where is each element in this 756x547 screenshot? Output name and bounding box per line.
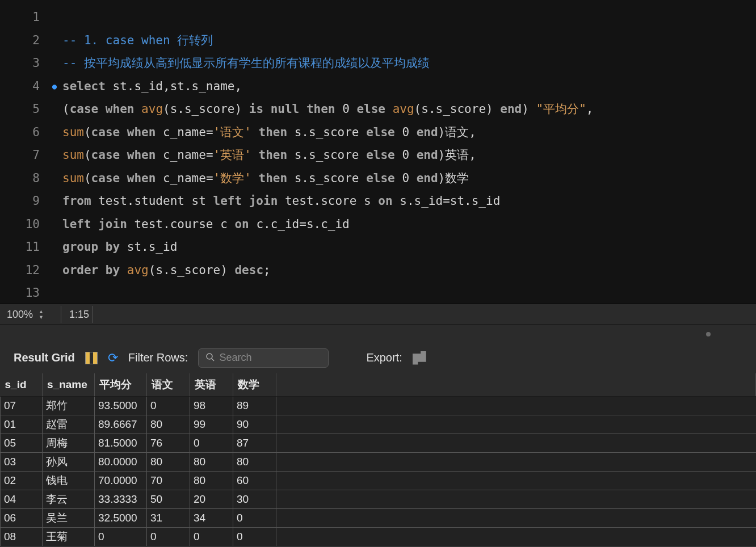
marker-column: ● bbox=[47, 0, 62, 304]
status-bar: 100% ▲▼ 1:15 bbox=[0, 304, 756, 325]
table-cell[interactable]: 孙风 bbox=[43, 452, 95, 471]
code-line[interactable]: select st.s_id,st.s_name, bbox=[62, 75, 594, 98]
table-cell[interactable]: 0 bbox=[190, 527, 233, 546]
code-line[interactable]: from test.student st left join test.scor… bbox=[62, 190, 594, 213]
table-cell[interactable]: 80 bbox=[147, 452, 190, 471]
table-cell[interactable]: 32.5000 bbox=[95, 508, 147, 527]
table-cell[interactable]: 33.3333 bbox=[95, 490, 147, 508]
result-toolbar: Result Grid ⟳ Filter Rows: Export: bbox=[0, 342, 756, 373]
line-number: 5 bbox=[0, 98, 40, 121]
table-cell[interactable]: 04 bbox=[1, 490, 43, 508]
cell-filler bbox=[276, 527, 756, 546]
table-cell[interactable]: 03 bbox=[1, 452, 43, 471]
table-cell[interactable]: 0 bbox=[233, 508, 276, 527]
table-cell[interactable]: 70.0000 bbox=[95, 471, 147, 490]
export-icon[interactable] bbox=[413, 351, 426, 365]
table-cell[interactable]: 吴兰 bbox=[43, 508, 95, 527]
table-cell[interactable]: 70 bbox=[147, 471, 190, 490]
table-cell[interactable]: 0 bbox=[190, 434, 233, 452]
zoom-stepper[interactable]: ▲▼ bbox=[39, 309, 44, 320]
table-cell[interactable]: 89.6667 bbox=[95, 415, 147, 434]
table-row[interactable]: 03孙风80.0000808080 bbox=[1, 452, 756, 471]
search-box[interactable] bbox=[198, 348, 329, 368]
table-row[interactable]: 05周梅81.500076087 bbox=[1, 434, 756, 452]
table-cell[interactable]: 0 bbox=[95, 527, 147, 546]
grid-view-icon[interactable] bbox=[85, 352, 98, 364]
code-line[interactable]: (case when avg(s.s_score) is null then 0… bbox=[62, 98, 594, 121]
refresh-icon[interactable]: ⟳ bbox=[108, 351, 118, 365]
table-row[interactable]: 04李云33.3333502030 bbox=[1, 490, 756, 508]
column-header[interactable]: 英语 bbox=[190, 373, 233, 396]
table-cell[interactable]: 06 bbox=[1, 508, 43, 527]
code-line[interactable]: sum(case when c_name='数学' then s.s_score… bbox=[62, 167, 594, 190]
table-cell[interactable]: 01 bbox=[1, 415, 43, 434]
panel-dot bbox=[706, 332, 711, 336]
table-cell[interactable]: 80 bbox=[233, 452, 276, 471]
code-line[interactable]: sum(case when c_name='语文' then s.s_score… bbox=[62, 121, 594, 144]
table-cell[interactable]: 87 bbox=[233, 434, 276, 452]
table-row[interactable]: 02钱电70.0000708060 bbox=[1, 471, 756, 490]
table-cell[interactable]: 钱电 bbox=[43, 471, 95, 490]
result-body: 07郑竹93.50000988901赵雷89.666780999005周梅81.… bbox=[1, 396, 756, 546]
code-editor[interactable]: 12345678910111213 ● -- 1. case when 行转列-… bbox=[0, 0, 756, 304]
cell-filler bbox=[276, 434, 756, 452]
table-cell[interactable]: 王菊 bbox=[43, 527, 95, 546]
code-line[interactable]: -- 1. case when 行转列 bbox=[62, 29, 594, 52]
table-cell[interactable]: 李云 bbox=[43, 490, 95, 508]
table-cell[interactable]: 郑竹 bbox=[43, 396, 95, 415]
table-cell[interactable]: 50 bbox=[147, 490, 190, 508]
column-header[interactable]: s_id bbox=[1, 373, 43, 396]
table-cell[interactable]: 80 bbox=[147, 415, 190, 434]
export-label: Export: bbox=[366, 351, 402, 364]
table-cell[interactable]: 赵雷 bbox=[43, 415, 95, 434]
column-header[interactable]: 数学 bbox=[233, 373, 276, 396]
table-cell[interactable]: 0 bbox=[147, 396, 190, 415]
table-cell[interactable]: 02 bbox=[1, 471, 43, 490]
table-cell[interactable]: 34 bbox=[190, 508, 233, 527]
line-number: 10 bbox=[0, 213, 40, 236]
table-cell[interactable]: 20 bbox=[190, 490, 233, 508]
code-line[interactable]: order by avg(s.s_score) desc; bbox=[62, 259, 594, 282]
table-cell[interactable]: 76 bbox=[147, 434, 190, 452]
code-line[interactable]: left join test.course c on c.c_id=s.c_id bbox=[62, 213, 594, 236]
table-cell[interactable]: 07 bbox=[1, 396, 43, 415]
table-row[interactable]: 06吴兰32.500031340 bbox=[1, 508, 756, 527]
table-cell[interactable]: 93.5000 bbox=[95, 396, 147, 415]
column-header[interactable]: 语文 bbox=[147, 373, 190, 396]
line-number: 2 bbox=[0, 29, 40, 52]
table-cell[interactable]: 80 bbox=[190, 452, 233, 471]
code-line[interactable] bbox=[62, 6, 594, 29]
zoom-level[interactable]: 100% bbox=[7, 309, 33, 321]
table-cell[interactable]: 80.0000 bbox=[95, 452, 147, 471]
table-row[interactable]: 01赵雷89.6667809990 bbox=[1, 415, 756, 434]
table-cell[interactable]: 99 bbox=[190, 415, 233, 434]
code-line[interactable] bbox=[62, 281, 594, 304]
code-line[interactable]: group by st.s_id bbox=[62, 235, 594, 259]
search-icon bbox=[205, 351, 215, 364]
table-row[interactable]: 07郑竹93.500009889 bbox=[1, 396, 756, 415]
table-cell[interactable]: 31 bbox=[147, 508, 190, 527]
cell-filler bbox=[276, 415, 756, 434]
panel-divider[interactable] bbox=[0, 325, 756, 342]
table-cell[interactable]: 周梅 bbox=[43, 434, 95, 452]
table-cell[interactable]: 80 bbox=[190, 471, 233, 490]
code-line[interactable]: sum(case when c_name='英语' then s.s_score… bbox=[62, 144, 594, 167]
line-number: 11 bbox=[0, 235, 40, 259]
table-cell[interactable]: 30 bbox=[233, 490, 276, 508]
code-area[interactable]: -- 1. case when 行转列-- 按平均成绩从高到低显示所有学生的所有… bbox=[62, 0, 594, 304]
table-cell[interactable]: 0 bbox=[233, 527, 276, 546]
table-cell[interactable]: 05 bbox=[1, 434, 43, 452]
table-cell[interactable]: 08 bbox=[1, 527, 43, 546]
code-line[interactable]: -- 按平均成绩从高到低显示所有学生的所有课程的成绩以及平均成绩 bbox=[62, 52, 594, 75]
table-cell[interactable]: 81.5000 bbox=[95, 434, 147, 452]
table-cell[interactable]: 90 bbox=[233, 415, 276, 434]
column-header[interactable]: s_name bbox=[43, 373, 95, 396]
table-row[interactable]: 08王菊0000 bbox=[1, 527, 756, 546]
result-grid[interactable]: s_ids_name平均分语文英语数学 07郑竹93.50000988901赵雷… bbox=[0, 373, 756, 546]
search-input[interactable] bbox=[219, 352, 321, 364]
table-cell[interactable]: 0 bbox=[147, 527, 190, 546]
table-cell[interactable]: 98 bbox=[190, 396, 233, 415]
table-cell[interactable]: 60 bbox=[233, 471, 276, 490]
table-cell[interactable]: 89 bbox=[233, 396, 276, 415]
column-header[interactable]: 平均分 bbox=[95, 373, 147, 396]
